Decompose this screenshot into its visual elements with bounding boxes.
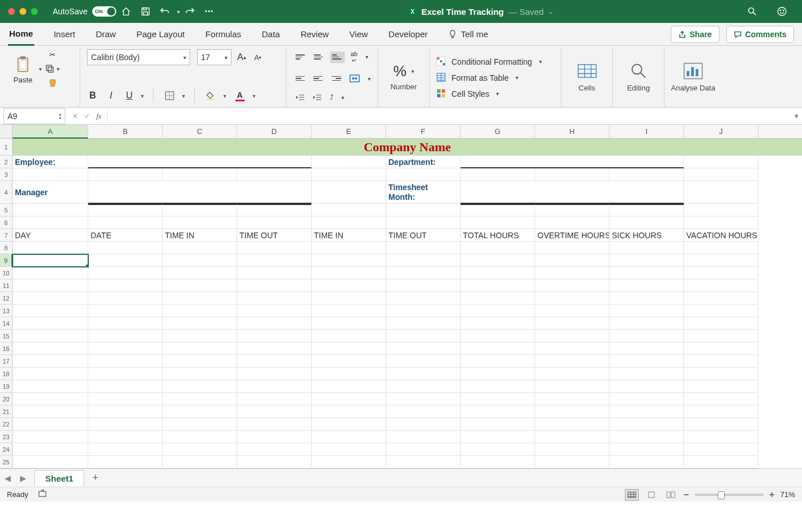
tab-insert[interactable]: Insert	[53, 23, 77, 45]
row-header[interactable]: 17	[0, 355, 13, 368]
cell[interactable]	[684, 418, 758, 431]
cell[interactable]	[237, 254, 312, 267]
italic-button[interactable]: I	[108, 89, 115, 102]
cell[interactable]	[237, 292, 312, 305]
format-as-table-button[interactable]: Format as Table▾	[437, 72, 554, 84]
tab-formulas[interactable]: Formulas	[204, 23, 242, 45]
cell[interactable]	[13, 431, 88, 443]
cell[interactable]	[684, 279, 758, 292]
cell[interactable]	[312, 443, 386, 456]
cell[interactable]	[237, 443, 312, 456]
cell[interactable]	[610, 393, 684, 405]
cell[interactable]	[13, 342, 88, 355]
col-header-C[interactable]: C	[163, 125, 237, 138]
cell[interactable]	[535, 254, 610, 267]
cell[interactable]	[610, 330, 684, 342]
cell[interactable]	[461, 242, 535, 254]
cell[interactable]	[386, 279, 461, 292]
cell[interactable]	[684, 317, 758, 330]
cell[interactable]	[237, 330, 312, 342]
cell[interactable]	[13, 216, 88, 229]
cell[interactable]	[13, 317, 88, 330]
row-header[interactable]: 14	[0, 317, 13, 330]
align-bottom-icon[interactable]	[330, 52, 345, 63]
cell[interactable]	[312, 393, 386, 405]
row-header[interactable]: 13	[0, 305, 13, 317]
cell[interactable]	[535, 405, 610, 418]
cell[interactable]	[237, 431, 312, 443]
cell[interactable]	[312, 431, 386, 443]
col-header-G[interactable]: G	[461, 125, 535, 138]
cell[interactable]	[13, 279, 88, 292]
row-header[interactable]: 22	[0, 418, 13, 431]
cell[interactable]	[88, 156, 312, 168]
next-sheet-icon[interactable]: ▶	[15, 474, 31, 483]
cell[interactable]	[684, 431, 758, 443]
zoom-value[interactable]: 71%	[780, 490, 795, 499]
cell[interactable]	[535, 305, 610, 317]
comments-button[interactable]: Comments	[726, 26, 794, 43]
row-header[interactable]: 20	[0, 393, 13, 405]
cell[interactable]	[13, 456, 88, 468]
cell[interactable]	[684, 330, 758, 342]
cell[interactable]	[535, 393, 610, 405]
row-header[interactable]: 3	[0, 168, 13, 181]
cell[interactable]	[88, 342, 163, 355]
cell[interactable]	[461, 267, 535, 279]
cell[interactable]	[237, 216, 312, 229]
cell[interactable]	[461, 254, 535, 267]
col-header-J[interactable]: J	[684, 125, 758, 138]
cell[interactable]	[610, 242, 684, 254]
cell[interactable]	[684, 405, 758, 418]
cell[interactable]	[88, 267, 163, 279]
cell[interactable]: Department:	[386, 156, 461, 168]
cell[interactable]	[163, 216, 237, 229]
cell[interactable]	[237, 305, 312, 317]
cell[interactable]	[684, 368, 758, 380]
page-break-view-icon[interactable]	[664, 489, 678, 501]
share-button[interactable]: Share	[671, 26, 720, 43]
cell[interactable]	[237, 317, 312, 330]
cell[interactable]	[684, 168, 758, 181]
align-right-icon[interactable]	[329, 73, 344, 84]
cell[interactable]	[461, 380, 535, 393]
row-header[interactable]: 12	[0, 292, 13, 305]
row-header[interactable]: 5	[0, 204, 13, 216]
cell[interactable]	[237, 242, 312, 254]
cell[interactable]	[386, 368, 461, 380]
row-header[interactable]: 4	[0, 181, 13, 204]
cell[interactable]	[535, 216, 610, 229]
minimize-window-icon[interactable]	[19, 8, 26, 15]
cell[interactable]	[88, 456, 163, 468]
cell[interactable]	[610, 342, 684, 355]
cell[interactable]	[13, 418, 88, 431]
paste-button[interactable]: Paste	[13, 54, 33, 84]
copy-icon[interactable]: ▾	[45, 64, 60, 73]
smile-feedback-icon[interactable]	[776, 6, 788, 17]
row-header[interactable]: 15	[0, 330, 13, 342]
cell[interactable]	[312, 342, 386, 355]
wrap-dropdown[interactable]: ▾	[365, 54, 368, 60]
cell[interactable]	[13, 242, 88, 254]
cell[interactable]	[386, 242, 461, 254]
cell[interactable]	[13, 267, 88, 279]
cell[interactable]	[312, 405, 386, 418]
cell[interactable]: DAY	[13, 229, 88, 242]
cell[interactable]	[461, 317, 535, 330]
cancel-entry-icon[interactable]: ✕	[72, 112, 78, 120]
cell[interactable]	[610, 431, 684, 443]
cell[interactable]	[163, 393, 237, 405]
cell[interactable]	[88, 317, 163, 330]
add-sheet-button[interactable]: +	[84, 470, 107, 486]
expand-formula-bar-icon[interactable]: ▾	[791, 112, 802, 120]
cell[interactable]	[163, 254, 237, 267]
cell[interactable]	[610, 267, 684, 279]
cell[interactable]	[535, 204, 610, 216]
align-left-icon[interactable]	[293, 73, 308, 84]
cell[interactable]: DATE	[88, 229, 163, 242]
accept-entry-icon[interactable]: ✓	[84, 112, 91, 120]
borders-button[interactable]	[163, 90, 176, 101]
cell[interactable]	[13, 380, 88, 393]
cell[interactable]	[163, 405, 237, 418]
borders-dropdown[interactable]: ▾	[182, 93, 185, 99]
